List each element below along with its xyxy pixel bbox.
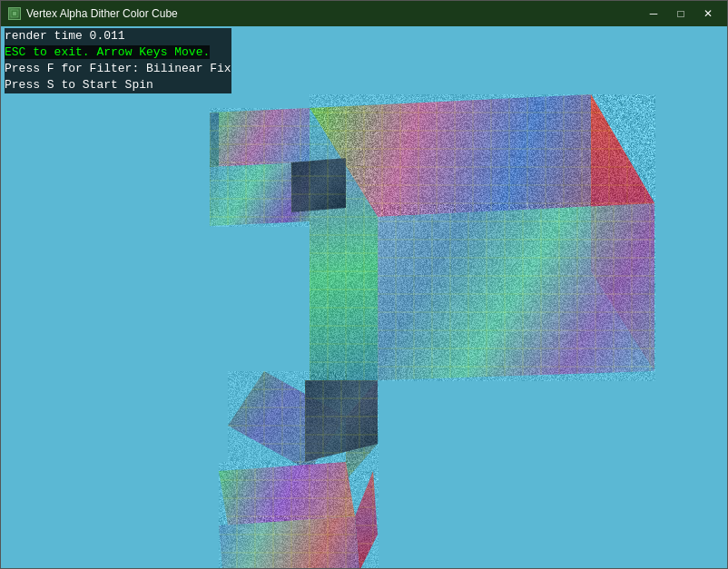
app-icon: [8, 7, 21, 20]
minimize-button[interactable]: ─: [642, 5, 665, 23]
titlebar-left: Vertex Alpha Dither Color Cube: [8, 7, 178, 20]
render-time-text: render time 0.011: [5, 28, 231, 44]
window-title: Vertex Alpha Dither Color Cube: [26, 7, 178, 20]
maximize-button[interactable]: □: [669, 5, 693, 23]
esc-text: ESC to exit.: [5, 45, 90, 59]
render-area: render time 0.011 ESC to exit. Arrow Key…: [1, 26, 727, 568]
render-canvas: [1, 26, 727, 568]
close-button[interactable]: ✕: [696, 5, 720, 23]
svg-rect-1: [13, 12, 16, 15]
app-window: Vertex Alpha Dither Color Cube ─ □ ✕ ren…: [0, 0, 728, 569]
titlebar: Vertex Alpha Dither Color Cube ─ □ ✕: [1, 1, 727, 26]
overlay-text: render time 0.011 ESC to exit. Arrow Key…: [1, 26, 235, 95]
filter-hint-text: Press F for Filter: Bilinear Fix: [5, 61, 231, 77]
spin-hint-text: Press S to Start Spin: [5, 77, 231, 93]
titlebar-controls: ─ □ ✕: [642, 5, 720, 23]
esc-hint-line: ESC to exit. Arrow Keys Move.: [5, 44, 231, 61]
arrow-keys-text: Arrow Keys Move.: [90, 45, 211, 59]
